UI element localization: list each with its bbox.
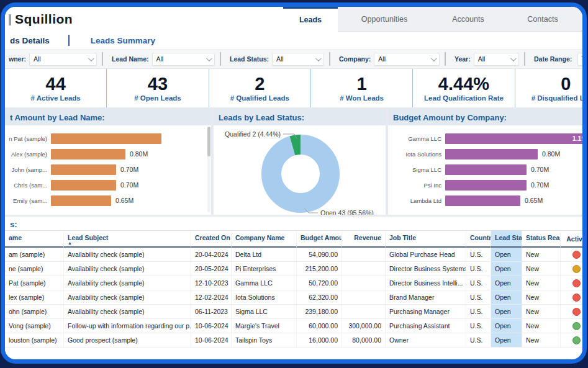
bar-track: 0.70M [445, 180, 587, 191]
bar[interactable] [445, 180, 527, 191]
bar[interactable] [51, 195, 111, 206]
filter-group: Lead Name: All [108, 53, 215, 66]
nav-leads-details[interactable]: ds Details [10, 36, 50, 45]
cell-status: Open [491, 333, 522, 348]
filter-dropdown[interactable]: All [29, 53, 97, 66]
bar-row: John (samp... 0.70M [5, 164, 211, 175]
cell-company: Pi Enterprises [232, 262, 297, 276]
filter-dropdown[interactable]: All [152, 53, 215, 66]
column-header[interactable]: Created On [191, 230, 232, 248]
donut-slice-open[interactable] [271, 145, 330, 203]
table-row[interactable]: am (sample)Availability check (sample)20… [5, 248, 582, 262]
charts-row: t Amount by Lead Name: n Pat (sample) 1.… [5, 107, 587, 217]
active-status-dot-red [572, 279, 581, 287]
cell-country: U.S. [466, 319, 491, 333]
kpi-value: 4.44% [438, 74, 489, 93]
filter-separator [329, 52, 330, 66]
column-header[interactable]: Company Name [232, 230, 297, 248]
tab-contacts[interactable]: Contacts [505, 7, 580, 31]
column-header[interactable]: Active [561, 230, 582, 248]
bar-row: Lambda Ltd 0.65M [388, 195, 587, 206]
cell-active [561, 305, 582, 319]
table-row[interactable]: Pat (sample)Availability check (sample)1… [5, 276, 582, 290]
tab-accounts[interactable]: Accounts [431, 7, 505, 31]
column-header[interactable]: Revenue [342, 230, 386, 248]
bar[interactable] [445, 195, 520, 206]
filter-dropdown[interactable]: All [272, 53, 324, 66]
bar[interactable] [51, 133, 161, 144]
column-header[interactable]: Lead Status [491, 230, 522, 248]
bar[interactable] [445, 164, 527, 175]
bar[interactable] [51, 149, 125, 159]
table-header-row: ameLead Subject▲Created OnCompany NameBu… [5, 230, 582, 248]
cell-name: Pat (sample) [5, 276, 64, 290]
bar-row: Iota Solutions 0.80M [388, 149, 587, 159]
bar-value-label: 0.65M [115, 197, 133, 204]
cell-status: Open [491, 290, 522, 305]
table-row[interactable]: ne (sample)Availability check (sample)20… [5, 262, 582, 276]
tab-strip: LeadsOpportunitiesAccountsContacts [283, 7, 582, 32]
tab-opportunities[interactable]: Opportunities [338, 7, 431, 31]
column-header[interactable]: Lead Subject▲ [64, 230, 191, 248]
kpi-card: 1 # Won Leads [311, 69, 413, 107]
dashboard-content: Squillion LeadsOpportunitiesAccountsCont… [5, 7, 582, 359]
bar-category-label: Emily (sam... [5, 197, 47, 204]
cell-subject: Availability check (sample) [64, 262, 191, 276]
bar-row: Sigma LLC 0.70M [388, 164, 587, 175]
filter-separator [102, 52, 103, 66]
table-row[interactable]: ohn (sample)Availability check (sample)0… [5, 305, 582, 319]
table-row[interactable]: Vong (sample)Follow-up with information … [5, 319, 582, 333]
cell-created: 06-11-2023 [191, 305, 232, 319]
cell-status: Open [491, 319, 522, 333]
table-row[interactable]: louston (sample)Good prospect (sample)10… [5, 333, 582, 348]
scrollbar-thumb[interactable] [207, 127, 210, 156]
cell-status: Open [491, 262, 522, 276]
bar[interactable] [51, 180, 116, 191]
brand-logo: Squillion [15, 12, 73, 27]
leads-table: ameLead Subject▲Created OnCompany NameBu… [5, 230, 582, 348]
kpi-row: 44 # Active Leads 43 # Open Leads 2 # Qu… [5, 69, 587, 107]
active-status-dot-red [572, 308, 581, 316]
tab-label: Accounts [452, 15, 484, 24]
column-header[interactable]: Status Reason [522, 230, 561, 248]
column-header[interactable]: Job Title [386, 230, 466, 248]
date-range-start-input[interactable]: 7/9/2023 [577, 53, 582, 66]
nav-leads-summary[interactable]: Leads Summary [91, 36, 155, 45]
column-header[interactable]: Budget Amount [297, 230, 342, 248]
bar[interactable] [51, 164, 116, 175]
tab-label: Leads [299, 16, 322, 24]
cell-country: U.S. [466, 262, 491, 276]
sort-ascending-icon: ▲ [68, 241, 187, 245]
bar[interactable] [445, 149, 538, 159]
logo-icon [9, 14, 11, 25]
bar-value-label: 0.65M [525, 197, 543, 204]
cell-subject: Availability check (sample) [64, 248, 191, 262]
bar-category-label: Alex (sample) [5, 151, 47, 158]
filter-label: Company: [339, 55, 371, 63]
active-status-dot-red [572, 251, 581, 259]
table-row[interactable]: lex (sample)Availability check (sample)1… [5, 290, 582, 305]
filter-group: Company: All [335, 53, 440, 66]
column-header[interactable]: ame [5, 230, 64, 248]
bar-track: 1.19M [51, 133, 211, 144]
tab-leads[interactable]: Leads [283, 7, 338, 32]
cell-created: 12-02-2024 [191, 290, 232, 305]
bar-category-label: n Pat (sample) [5, 135, 47, 142]
bar[interactable] [445, 133, 583, 144]
cell-name: ne (sample) [5, 262, 64, 276]
filter-dropdown[interactable]: All [374, 53, 440, 66]
filter-group: wner: All [5, 53, 97, 66]
donut-label-open: Open 43 (95.56%) [320, 209, 374, 215]
bar-chart-card: t Amount by Lead Name: n Pat (sample) 1.… [5, 109, 211, 215]
bar-chart-body: n Pat (sample) 1.19M Alex (sample) 0.80M… [5, 125, 211, 215]
cell-created: 20-04-2024 [191, 248, 232, 262]
bar-row: Chris (sam... 0.70M [5, 180, 211, 191]
filter-dropdown[interactable]: All [474, 53, 519, 66]
kpi-value: 44 [46, 74, 66, 93]
cell-job: Brand Manager [386, 290, 466, 305]
active-status-dot-green [572, 336, 581, 344]
column-header[interactable]: Country [466, 230, 491, 248]
bar-value-label: 0.80M [542, 150, 560, 158]
bar-chart-body: Gamma LLC 1.19M Iota Solutions 0.80M Sig… [388, 125, 587, 215]
chart-scrollbar[interactable] [207, 127, 210, 212]
